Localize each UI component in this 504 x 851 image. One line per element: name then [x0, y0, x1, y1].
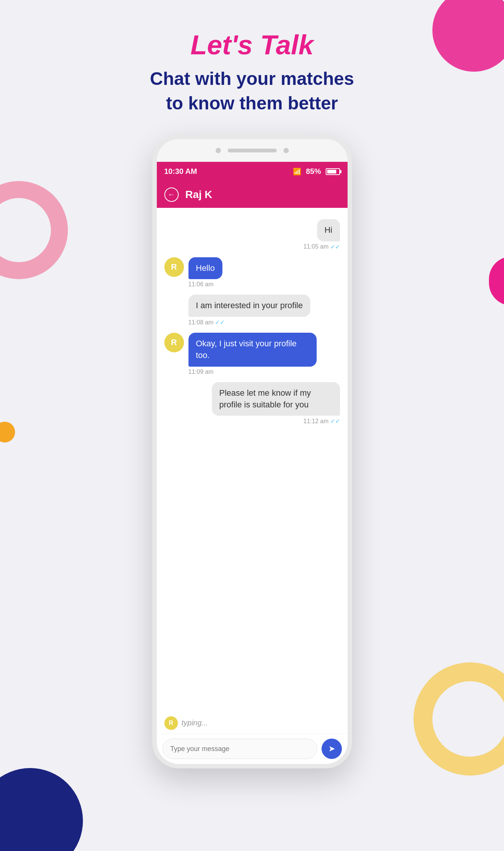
back-icon: ←	[168, 190, 175, 199]
message-row-3: I am interested in your profile 11:08 am…	[164, 295, 340, 326]
message-row-2: R Hello 11:06 am	[164, 257, 340, 288]
status-time: 10:30 AM	[164, 167, 197, 176]
typing-avatar: R	[164, 716, 178, 730]
message-text-2: Hello	[196, 263, 215, 273]
bubble-wrapper-2: Hello 11:06 am	[188, 257, 222, 288]
status-bar: 10:30 AM 📶 85%	[157, 162, 348, 181]
avatar-initial-1: R	[171, 262, 177, 272]
message-bubble-5: Please let me know if my profile is suit…	[212, 382, 340, 416]
bubble-wrapper-3: I am interested in your profile 11:08 am…	[188, 295, 311, 326]
message-row-1: Hi 11:05 am ✓✓	[164, 219, 340, 250]
message-input[interactable]	[162, 739, 317, 759]
message-text-1: Hi	[325, 225, 332, 235]
chat-messages: Hi 11:05 am ✓✓ R Hello	[157, 208, 348, 713]
avatar-initial-2: R	[171, 338, 177, 347]
sent-wrapper-5: Please let me know if my profile is suit…	[212, 382, 340, 425]
read-check-1: ✓✓	[330, 243, 340, 250]
avatar-raj-2: R	[164, 333, 184, 352]
typing-indicator: R typing...	[157, 713, 348, 734]
chat-header: ← Raj K	[157, 181, 348, 208]
battery-container	[326, 168, 340, 175]
back-button[interactable]: ←	[164, 187, 179, 202]
message-time-2: 11:06 am	[188, 281, 222, 288]
page-subtitle: Chat with your matches to know them bett…	[0, 67, 504, 116]
phone-camera-right	[283, 148, 289, 153]
send-button[interactable]: ➤	[322, 739, 342, 759]
subtitle-line1: Chat with your matches	[150, 69, 354, 89]
page-header: Let's Talk Chat with your matches to kno…	[0, 0, 504, 116]
phone-top-bar	[157, 139, 348, 162]
phone-mockup: 10:30 AM 📶 85% ← Raj K	[152, 135, 352, 768]
message-time-4: 11:09 am	[188, 369, 317, 375]
bg-shape-blue-bottom	[0, 768, 83, 851]
chat-contact-name: Raj K	[185, 189, 213, 201]
wifi-icon: 📶	[293, 167, 301, 176]
battery-percent: 85%	[306, 167, 321, 176]
chat-input-area: ➤	[157, 734, 348, 764]
message-row-4: R Okay, I just visit your profile too. 1…	[164, 333, 340, 375]
battery-bar	[326, 168, 340, 175]
message-text-3: I am interested in your profile	[196, 301, 303, 310]
sent-wrapper-1: Hi 11:05 am ✓✓	[303, 219, 340, 250]
message-row-5: Please let me know if my profile is suit…	[164, 382, 340, 425]
send-icon: ➤	[328, 744, 335, 754]
chat-inner: Hi 11:05 am ✓✓ R Hello	[157, 208, 348, 764]
message-time-3: 11:08 am ✓✓	[188, 319, 311, 326]
message-bubble-1: Hi	[317, 219, 340, 241]
read-check-3: ✓✓	[215, 319, 225, 326]
typing-avatar-initial: R	[169, 720, 173, 727]
bubble-wrapper-4: Okay, I just visit your profile too. 11:…	[188, 333, 317, 375]
battery-fill	[327, 170, 336, 174]
phone-container: 10:30 AM 📶 85% ← Raj K	[0, 135, 504, 768]
message-bubble-3: I am interested in your profile	[188, 295, 311, 317]
typing-text: typing...	[182, 719, 208, 727]
read-check-5: ✓✓	[330, 418, 340, 425]
message-text-4: Okay, I just visit your profile too.	[196, 339, 297, 360]
message-time-1: 11:05 am ✓✓	[303, 243, 340, 250]
message-time-5: 11:12 am ✓✓	[303, 418, 340, 425]
status-right: 📶 85%	[293, 167, 340, 176]
subtitle-line2: to know them better	[166, 93, 338, 113]
phone-speaker	[228, 149, 277, 152]
phone-camera	[216, 148, 221, 153]
avatar-raj-1: R	[164, 257, 184, 277]
page-title: Let's Talk	[0, 30, 504, 60]
message-bubble-2: Hello	[188, 257, 222, 280]
message-text-5: Please let me know if my profile is suit…	[219, 388, 311, 409]
message-bubble-4: Okay, I just visit your profile too.	[188, 333, 317, 367]
